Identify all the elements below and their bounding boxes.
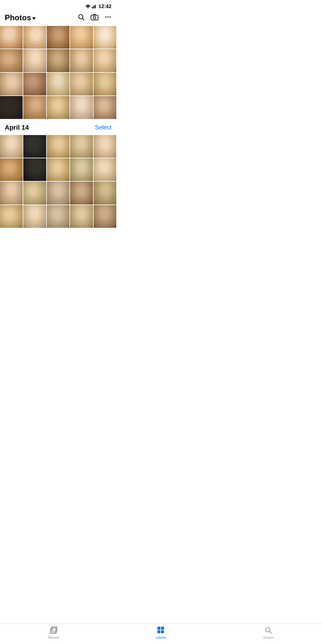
status-bar: 12:42 [0,0,116,11]
photo-cell[interactable] [47,135,69,158]
photo-cell[interactable] [94,135,116,158]
photo-cell[interactable] [23,158,46,181]
photo-cell[interactable] [94,96,116,119]
photo-cell[interactable] [47,158,69,181]
photo-cell[interactable] [70,49,93,72]
select-button[interactable]: Select [95,124,112,131]
status-icons: 12:42 [86,4,112,10]
photo-cell[interactable] [94,182,116,204]
more-icon[interactable] [104,13,112,22]
photo-cell[interactable] [47,49,69,72]
svg-point-0 [87,8,88,8]
photo-cell[interactable] [70,96,93,119]
photo-cell[interactable] [94,158,116,181]
svg-point-10 [107,16,109,18]
photo-cell[interactable] [0,49,23,72]
photo-cell[interactable] [47,26,69,49]
section-date: April 14 [5,124,29,131]
svg-point-9 [105,16,106,18]
svg-line-6 [83,18,84,20]
svg-rect-2 [93,6,94,8]
signal-icon [92,5,96,8]
photo-cell[interactable] [23,49,46,72]
photo-cell[interactable] [70,158,93,181]
app-header: Photos [0,11,116,26]
photo-cell[interactable] [94,205,116,228]
svg-point-11 [109,16,111,18]
photo-cell[interactable] [23,96,46,119]
wifi-icon [86,5,90,8]
camera-icon[interactable] [91,14,98,22]
photo-cell[interactable] [47,73,69,95]
photo-cell[interactable] [23,73,46,95]
photo-cell[interactable] [23,205,46,228]
photo-cell[interactable] [94,49,116,72]
photo-cell[interactable] [0,182,23,204]
photo-cell[interactable] [94,73,116,95]
svg-rect-1 [92,7,93,8]
svg-point-8 [93,16,96,19]
photo-cell[interactable] [23,182,46,204]
photo-cell[interactable] [0,135,23,158]
photo-cell[interactable] [70,135,93,158]
photo-cell[interactable] [47,205,69,228]
photo-grid-1 [0,26,116,119]
photo-cell[interactable] [70,182,93,204]
photo-cell[interactable] [0,26,23,49]
photo-cell[interactable] [0,73,23,95]
photo-grid-2 [0,135,116,252]
chevron-down-icon [32,17,36,20]
photo-cell[interactable] [47,182,69,204]
photo-cell[interactable] [0,96,23,119]
photo-cell[interactable] [94,26,116,49]
photo-cell[interactable] [70,205,93,228]
photo-cell[interactable] [70,26,93,49]
photo-cell[interactable] [23,26,46,49]
photo-cell[interactable] [47,96,69,119]
header-actions [78,13,112,22]
header-title-group[interactable]: Photos [5,13,36,22]
search-icon[interactable] [78,13,85,22]
photo-cell[interactable] [0,205,23,228]
section-header-april14: April 14 Select [0,119,116,135]
status-time: 12:42 [99,4,112,10]
svg-rect-4 [95,5,96,8]
photo-cell[interactable] [70,73,93,95]
photo-cell[interactable] [0,158,23,181]
photo-cell[interactable] [23,135,46,158]
svg-rect-3 [94,6,95,9]
app-title: Photos [5,13,31,22]
